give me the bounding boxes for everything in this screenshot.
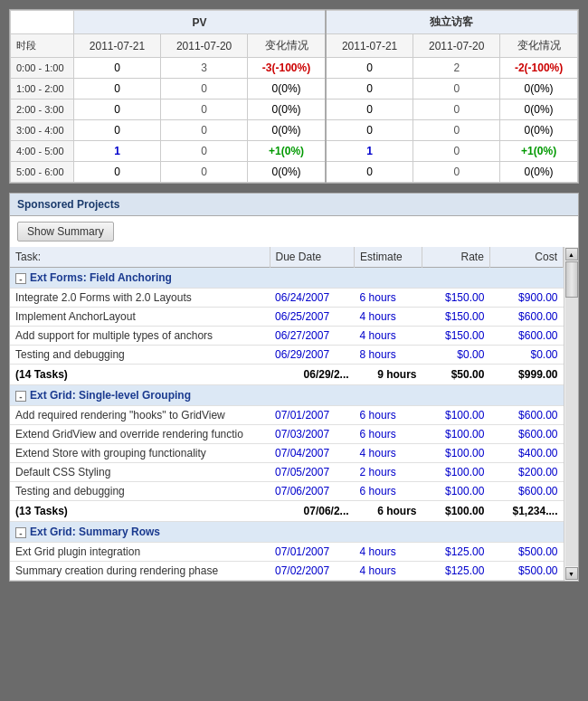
pv-current: 0	[74, 120, 161, 141]
task-name: Testing and debugging	[10, 482, 270, 501]
time-label: 4:00 - 5:00	[11, 141, 74, 162]
summary-estimate: 6 hours	[355, 501, 422, 522]
uv-prev: 0	[413, 79, 500, 99]
task-estimate: 8 hours	[355, 346, 422, 365]
summary-rate: $50.00	[422, 365, 489, 385]
task-due-date: 06/29/2007	[270, 346, 355, 365]
task-cost: $600.00	[489, 308, 563, 327]
scrollbar[interactable]: ▲ ▼	[564, 247, 578, 581]
pv-date1-subheader: 2011-07-21	[74, 34, 161, 58]
pv-current: 0	[74, 99, 161, 120]
uv-change: 0(0%)	[500, 79, 578, 99]
time-label: 5:00 - 6:00	[11, 162, 74, 183]
scroll-track	[565, 261, 578, 566]
task-name: Add support for multiple types of anchor…	[10, 327, 270, 346]
uv-current: 0	[326, 162, 413, 183]
pv-change: -3(-100%)	[248, 58, 326, 79]
task-rate: $150.00	[422, 308, 489, 327]
task-rate: $100.00	[422, 425, 489, 444]
task-estimate: 4 hours	[355, 444, 422, 463]
pv-current: 0	[74, 162, 161, 183]
panel-title: Sponsored Projects	[10, 194, 578, 216]
pv-change: +1(0%)	[248, 141, 326, 162]
pv-current: 1	[74, 141, 161, 162]
time-col-header	[11, 11, 74, 34]
uv-change: 0(0%)	[500, 120, 578, 141]
task-name: Implement AnchorLayout	[10, 308, 270, 327]
top-stats-table: PV 独立访客 时段 2011-07-21 2011-07-20 变化情况 20…	[9, 9, 579, 184]
task-due-date: 07/02/2007	[270, 562, 355, 581]
uv-change: 0(0%)	[500, 162, 578, 183]
pv-change: 0(0%)	[248, 79, 326, 99]
pv-current: 0	[74, 58, 161, 79]
time-label: 1:00 - 2:00	[11, 79, 74, 99]
period-subheader: 时段	[11, 34, 74, 58]
time-label: 3:00 - 4:00	[11, 120, 74, 141]
task-cost: $0.00	[489, 346, 563, 365]
expand-icon[interactable]: -	[15, 273, 26, 284]
task-estimate: 4 hours	[355, 543, 422, 562]
pv-prev: 0	[161, 99, 248, 120]
summary-task-count: (14 Tasks)	[10, 365, 270, 385]
uv-change-subheader: 变化情况	[500, 34, 578, 58]
uv-prev: 0	[413, 162, 500, 183]
pv-change: 0(0%)	[248, 99, 326, 120]
task-rate: $125.00	[422, 562, 489, 581]
scroll-down-button[interactable]: ▼	[565, 567, 578, 580]
task-rate: $100.00	[422, 463, 489, 482]
task-name: Testing and debugging	[10, 346, 270, 365]
task-rate: $150.00	[422, 327, 489, 346]
task-cost: $600.00	[489, 425, 563, 444]
task-rate: $0.00	[422, 346, 489, 365]
show-summary-button[interactable]: Show Summary	[17, 222, 114, 242]
time-label: 2:00 - 3:00	[11, 99, 74, 120]
task-due-date: 07/04/2007	[270, 444, 355, 463]
task-name: Extend Store with grouping functionality	[10, 444, 270, 463]
section-header: -Ext Grid: Summary Rows	[10, 522, 564, 543]
scroll-thumb[interactable]	[565, 261, 578, 298]
task-table-wrapper: Task: Due Date Estimate Rate Cost -Ext F…	[10, 247, 564, 581]
estimate-col-header: Estimate	[355, 247, 422, 268]
section-header: -Ext Grid: Single-level Grouping	[10, 385, 564, 406]
pv-date2-subheader: 2011-07-20	[161, 34, 248, 58]
pv-group-header: PV	[74, 11, 326, 34]
pv-prev: 0	[161, 79, 248, 99]
task-due-date: 06/25/2007	[270, 308, 355, 327]
task-cost: $600.00	[489, 327, 563, 346]
pv-current: 0	[74, 79, 161, 99]
task-estimate: 4 hours	[355, 327, 422, 346]
task-estimate: 6 hours	[355, 406, 422, 425]
task-due-date: 07/01/2007	[270, 543, 355, 562]
uv-prev: 2	[413, 58, 500, 79]
uv-prev: 0	[413, 141, 500, 162]
time-label: 0:00 - 1:00	[11, 58, 74, 79]
task-cost: $200.00	[489, 463, 563, 482]
task-estimate: 6 hours	[355, 425, 422, 444]
uv-date1-subheader: 2011-07-21	[326, 34, 413, 58]
uv-prev: 0	[413, 120, 500, 141]
summary-task-count: (13 Tasks)	[10, 501, 270, 522]
scroll-up-button[interactable]: ▲	[565, 248, 578, 261]
uv-change: -2(-100%)	[500, 58, 578, 79]
uv-current: 0	[326, 120, 413, 141]
pv-prev: 0	[161, 120, 248, 141]
pv-prev: 0	[161, 162, 248, 183]
expand-icon[interactable]: -	[15, 391, 26, 402]
task-due-date: 07/01/2007	[270, 406, 355, 425]
rate-col-header: Rate	[422, 247, 489, 268]
task-due-date: 07/03/2007	[270, 425, 355, 444]
bottom-panel: Sponsored Projects Show Summary Task: Du…	[9, 193, 579, 582]
uv-current: 0	[326, 58, 413, 79]
task-name: Summary creation during rendering phase	[10, 562, 270, 581]
task-name: Extend GridView and override rendering f…	[10, 425, 270, 444]
duedate-col-header: Due Date	[270, 247, 355, 268]
pv-change-subheader: 变化情况	[248, 34, 326, 58]
task-estimate: 2 hours	[355, 463, 422, 482]
task-cost: $500.00	[489, 562, 563, 581]
uv-group-header: 独立访客	[326, 11, 578, 34]
task-cost: $600.00	[489, 406, 563, 425]
task-cost: $600.00	[489, 482, 563, 501]
task-due-date: 07/05/2007	[270, 463, 355, 482]
expand-icon[interactable]: -	[15, 527, 26, 538]
task-rate: $100.00	[422, 444, 489, 463]
